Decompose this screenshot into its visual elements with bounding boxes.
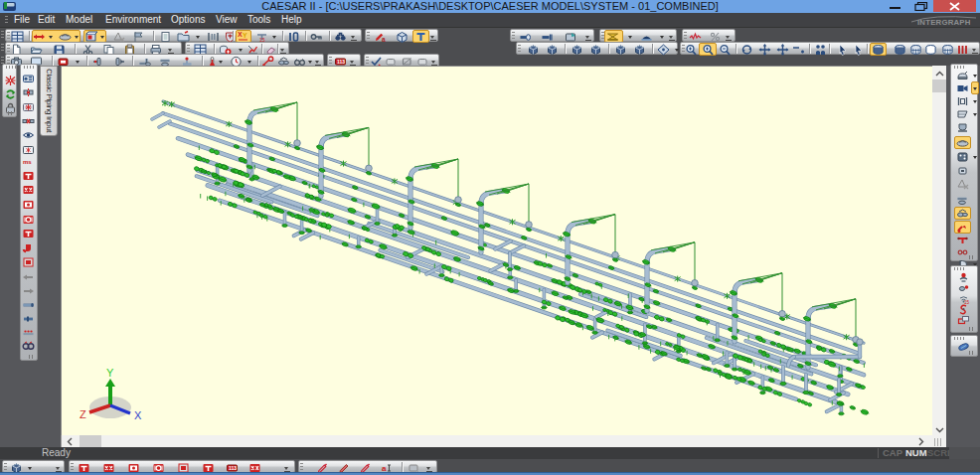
- svg-text:Y: Y: [106, 367, 114, 379]
- svg-text:113: 113: [229, 465, 237, 471]
- svg-text:INTERGRAPH: INTERGRAPH: [917, 18, 971, 27]
- svg-text:Z: Z: [80, 408, 86, 420]
- svg-text:ms: ms: [23, 159, 32, 165]
- svg-text:a: a: [382, 36, 386, 43]
- svg-text:Y: Y: [243, 32, 247, 39]
- svg-text:113: 113: [337, 59, 345, 65]
- svg-text:X: X: [134, 409, 142, 421]
